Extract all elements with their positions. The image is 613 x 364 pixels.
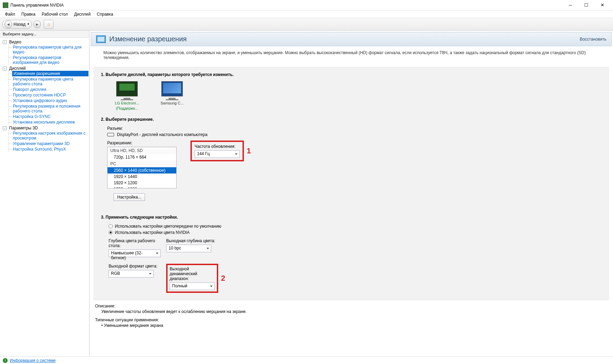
use-cases-heading: Типичные ситуации применения:: [95, 318, 607, 322]
format-dropdown[interactable]: RGB: [109, 270, 154, 278]
tree-item-hdcp[interactable]: Просмотр состояния HDCP: [12, 92, 88, 98]
depth-label: Глубина цвета рабочего стола:: [109, 238, 161, 248]
out-depth-dropdown[interactable]: 10 bpc: [166, 245, 211, 252]
nvidia-icon: [3, 2, 8, 8]
restore-link[interactable]: Восстановить: [580, 37, 606, 42]
display-1-sub: (Поддержк...: [111, 106, 143, 111]
task-tree: − Видео Регулировка параметров цвета для…: [0, 38, 89, 356]
format-label: Выходной формат цвета:: [109, 264, 161, 269]
resolution-label: Разрешение:: [107, 141, 177, 145]
footer: i Информация о системе: [0, 356, 613, 364]
tree-item-multi-display[interactable]: Установка нескольких дисплеев: [12, 119, 88, 125]
monitor-icon: [161, 81, 183, 96]
res-group-hd: Ultra HD, HD, SD: [108, 147, 176, 154]
range-label: Выходной динамический диапазон:: [170, 266, 215, 281]
tree-group-display[interactable]: Дисплей: [9, 66, 26, 71]
res-group-pc: PC: [108, 160, 176, 167]
info-icon: i: [3, 358, 8, 363]
home-button[interactable]: ⌂: [44, 20, 53, 29]
back-arrow-icon: ◄: [5, 20, 12, 28]
monitor-icon: [116, 81, 138, 96]
res-item[interactable]: 1920 × 1200: [108, 180, 176, 186]
menu-desktop[interactable]: Рабочий стол: [39, 11, 70, 17]
settings-section: 1. Выберите дисплей, параметры которого …: [94, 67, 609, 300]
tree-item-surround[interactable]: Настройка Surround, PhysX: [12, 146, 88, 152]
use-cases-block: Типичные ситуации применения: • Уменьшен…: [95, 318, 607, 328]
resolution-icon: [96, 35, 106, 43]
back-label: Назад: [14, 22, 25, 27]
step2-heading: 2. Выберите разрешение.: [101, 117, 602, 122]
sidebar: Выберите задачу... − Видео Регулировка п…: [0, 31, 90, 356]
radio-default-row[interactable]: Использовать настройки цветопередачи по …: [109, 224, 602, 229]
display-2[interactable]: Samsung C...: [156, 81, 188, 111]
back-button[interactable]: ◄ Назад ▼: [2, 20, 32, 29]
res-item[interactable]: 720p, 1176 × 664: [108, 154, 176, 160]
res-item[interactable]: 2560 × 1440 (собственное): [108, 167, 176, 173]
close-button[interactable]: ✕: [594, 0, 610, 10]
page-title: Изменение разрешения: [109, 35, 187, 43]
displayport-icon: [107, 133, 114, 136]
toolbar: ◄ Назад ▼ ► ⌂: [0, 18, 613, 31]
connector-label: Разъем:: [107, 126, 602, 131]
titlebar: Панель управления NVIDIA ─ ☐ ✕: [0, 0, 613, 10]
refresh-dropdown[interactable]: 144 Гц: [195, 150, 240, 158]
display-2-name: Samsung C...: [156, 101, 188, 105]
refresh-label: Частота обновления:: [195, 144, 240, 149]
out-depth-label: Выходная глубина цвета:: [166, 238, 218, 243]
tree-group-3d[interactable]: Параметры 3D: [9, 126, 38, 130]
forward-button[interactable]: ►: [33, 20, 41, 28]
annotation-2: 2: [221, 274, 225, 283]
res-item[interactable]: 1920 × 1080: [108, 186, 176, 188]
maximize-button[interactable]: ☐: [578, 0, 594, 10]
depth-dropdown[interactable]: Наивысшее (32-битное): [109, 249, 161, 257]
radio-default-label: Использовать настройки цветопередачи по …: [115, 224, 221, 229]
tree-item-3d-preview[interactable]: Регулировка настроек изображения с просм…: [12, 130, 88, 141]
tree-item-desktop-color[interactable]: Регулировка параметров цвета рабочего ст…: [12, 76, 88, 87]
radio-default[interactable]: [109, 224, 113, 228]
tree-item-change-resolution[interactable]: Изменение разрешения: [12, 71, 88, 76]
home-icon: ⌂: [48, 22, 50, 27]
tree-item-video-image[interactable]: Регулировка параметров изображения для в…: [12, 55, 88, 65]
tree-item-digital-audio[interactable]: Установка цифрового аудио: [12, 98, 88, 103]
range-dropdown[interactable]: Полный: [170, 282, 215, 290]
radio-nvidia-label: Использовать настройки цвета NVIDIA: [115, 230, 189, 235]
highlight-2: Выходной динамический диапазон: Полный 2: [166, 264, 218, 293]
menubar: Файл Правка Рабочий стол Дисплей Справка: [0, 10, 613, 18]
tree-toggle-3d[interactable]: −: [3, 126, 7, 130]
system-info-link[interactable]: Информация о системе: [10, 358, 56, 363]
page-header: Изменение разрешения Восстановить: [91, 32, 612, 46]
window-title: Панель управления NVIDIA: [10, 3, 562, 8]
tree-item-video-color[interactable]: Регулировка параметров цвета для видео: [12, 44, 88, 55]
step3-heading: 3. Применить следующие настройки.: [101, 215, 602, 220]
desc-heading: Описание:: [95, 304, 607, 308]
radio-nvidia-row[interactable]: Использовать настройки цвета NVIDIA: [109, 230, 602, 235]
customize-button[interactable]: Настройка...: [113, 193, 145, 201]
back-dropdown-icon: ▼: [27, 23, 29, 26]
intro-text: Можно уменьшить количество элементов, от…: [90, 48, 613, 65]
tree-item-3d-manage[interactable]: Управление параметрами 3D: [12, 141, 88, 146]
menu-file[interactable]: Файл: [2, 11, 18, 17]
tree-item-rotate[interactable]: Поворот дисплея: [12, 87, 88, 92]
main-panel: Изменение разрешения Восстановить Можно …: [90, 31, 613, 356]
description-block: Описание: Увеличение частоты обновления …: [95, 304, 607, 314]
tree-group-video[interactable]: Видео: [9, 40, 21, 44]
resolution-listbox[interactable]: Ultra HD, HD, SD 720p, 1176 × 664 PC 256…: [107, 147, 177, 188]
menu-display[interactable]: Дисплей: [71, 11, 93, 17]
minimize-button[interactable]: ─: [562, 0, 578, 10]
tree-toggle-video[interactable]: −: [3, 40, 7, 44]
desc-body: Увеличение частоты обновления ведет к ос…: [101, 309, 607, 314]
highlight-1: Частота обновления: 144 Гц 1: [190, 141, 244, 161]
menu-edit[interactable]: Правка: [19, 11, 39, 17]
res-item[interactable]: 1920 × 1440: [108, 173, 176, 180]
display-1-name: LG Electroni...: [111, 101, 143, 105]
radio-nvidia[interactable]: [109, 230, 113, 235]
tree-toggle-display[interactable]: −: [3, 67, 7, 70]
annotation-1: 1: [247, 146, 251, 155]
connector-value: DisplayPort - дисплей настольного компью…: [117, 132, 207, 137]
display-1[interactable]: LG Electroni... (Поддержк...: [111, 81, 143, 111]
use-case-item: • Уменьшение мерцания экрана: [101, 323, 607, 328]
tree-item-size-position[interactable]: Регулировка размера и положения рабочего…: [12, 103, 88, 114]
menu-help[interactable]: Справка: [94, 11, 116, 17]
tree-item-gsync[interactable]: Настройка G-SYNC: [12, 114, 88, 119]
step1-heading: 1. Выберите дисплей, параметры которого …: [101, 72, 602, 77]
